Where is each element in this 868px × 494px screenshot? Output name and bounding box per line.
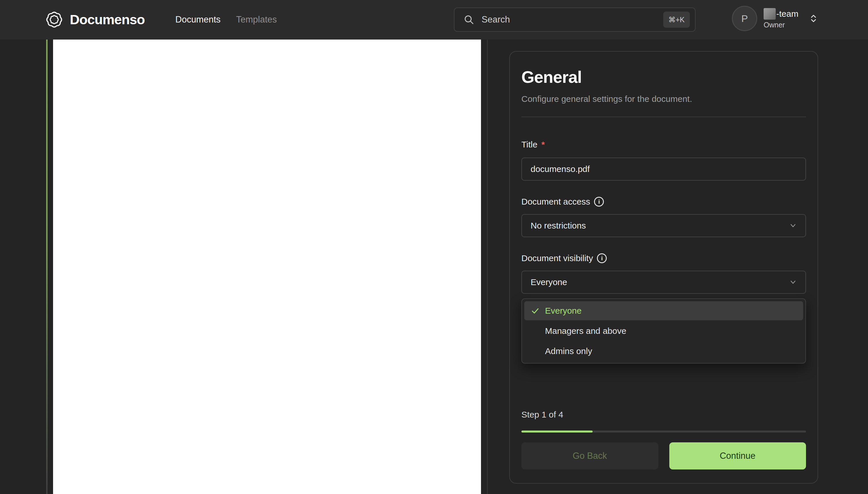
- title-input[interactable]: [521, 157, 806, 180]
- chevron-down-icon: [789, 221, 797, 230]
- title-label: Title: [521, 140, 537, 150]
- info-icon[interactable]: i: [597, 253, 607, 263]
- panel-title: General: [521, 67, 806, 87]
- title-label-row: Title *: [521, 140, 806, 150]
- info-icon[interactable]: i: [594, 197, 604, 207]
- search-shortcut-badge: ⌘+K: [663, 12, 690, 28]
- panel-subtitle: Configure general settings for the docum…: [521, 94, 806, 104]
- dropdown-option-admins[interactable]: Admins only: [524, 342, 803, 361]
- global-search[interactable]: ⌘+K: [454, 7, 695, 32]
- dropdown-option-label: Managers and above: [545, 326, 626, 336]
- step-progress-track: [521, 431, 806, 433]
- document-visibility-label: Document visibility: [521, 253, 593, 263]
- main-nav: Documents Templates: [175, 15, 277, 25]
- document-access-label: Document access: [521, 197, 590, 207]
- documenso-logo-icon: [45, 11, 63, 29]
- document-access-select[interactable]: No restrictions: [521, 214, 806, 237]
- panel-divider: [521, 117, 806, 117]
- document-access-label-row: Document access i: [521, 197, 806, 207]
- go-back-button[interactable]: Go Back: [521, 442, 658, 470]
- brand-name: Documenso: [70, 12, 145, 27]
- step-indicator: Step 1 of 4: [521, 410, 806, 420]
- navbar: Documenso Documents Templates ⌘+K P -tea…: [0, 0, 868, 39]
- dropdown-option-everyone[interactable]: Everyone: [524, 301, 803, 320]
- dropdown-option-managers[interactable]: Managers and above: [524, 321, 803, 341]
- visibility-dropdown-menu: Everyone Managers and above Admins only: [521, 298, 806, 364]
- nav-item-templates[interactable]: Templates: [236, 15, 277, 25]
- continue-button[interactable]: Continue: [669, 442, 806, 470]
- required-asterisk: *: [541, 140, 545, 150]
- general-settings-card: General Configure general settings for t…: [509, 51, 818, 483]
- content-divider: [487, 40, 488, 494]
- document-preview-page: [53, 40, 481, 494]
- search-input[interactable]: [481, 15, 663, 25]
- document-visibility-label-row: Document visibility i: [521, 253, 806, 263]
- team-switcher[interactable]: P -team Owner: [732, 6, 819, 31]
- avatar[interactable]: P: [732, 6, 757, 31]
- user-meta: -team Owner: [764, 8, 798, 29]
- chevrons-up-down-icon: [808, 13, 819, 24]
- search-icon: [464, 15, 474, 25]
- user-role: Owner: [764, 21, 798, 29]
- app-root: Documenso Documents Templates ⌘+K P -tea…: [0, 0, 868, 494]
- dropdown-option-label: Everyone: [545, 306, 581, 316]
- document-access-value: No restrictions: [531, 221, 586, 231]
- document-visibility-value: Everyone: [531, 277, 567, 287]
- brand[interactable]: Documenso: [45, 11, 145, 29]
- chevron-down-icon: [789, 278, 797, 287]
- document-accent-line: [46, 40, 47, 494]
- document-visibility-select[interactable]: Everyone: [521, 271, 806, 294]
- checkmark-icon: [531, 306, 540, 316]
- step-progress-fill: [521, 431, 593, 433]
- redacted-team-name-block: [764, 8, 776, 20]
- team-name-suffix: -team: [776, 9, 798, 19]
- wizard-buttons: Go Back Continue: [521, 442, 806, 470]
- nav-item-documents[interactable]: Documents: [175, 15, 221, 25]
- team-name-row: -team: [764, 8, 798, 20]
- dropdown-option-label: Admins only: [545, 346, 592, 356]
